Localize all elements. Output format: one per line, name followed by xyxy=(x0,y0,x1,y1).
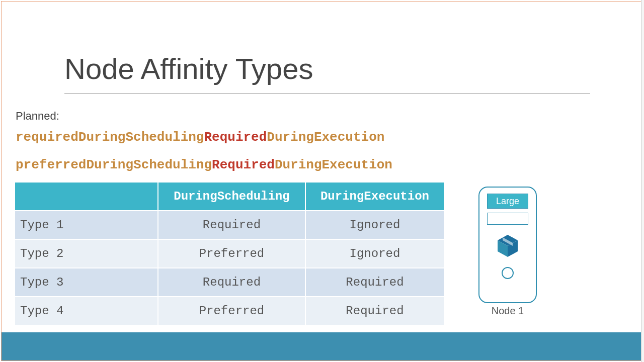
row-label: Type 4 xyxy=(15,297,158,325)
code-segment: preferredDuringScheduling xyxy=(16,157,212,172)
package-icon xyxy=(497,234,519,258)
code-segment: DuringExecution xyxy=(267,130,384,145)
cell-scheduling: Preferred xyxy=(158,239,305,268)
table-row: Type 2 Preferred Ignored xyxy=(15,239,444,268)
planned-label: Planned: xyxy=(16,110,59,123)
cell-scheduling: Preferred xyxy=(158,297,305,325)
slide: Node Affinity Types Planned: requiredDur… xyxy=(1,1,643,361)
table-header-scheduling: DuringScheduling xyxy=(158,183,305,211)
table-row: Type 4 Preferred Required xyxy=(15,297,444,325)
code-segment: DuringExecution xyxy=(275,157,392,172)
table-row: Type 3 Required Required xyxy=(15,268,444,297)
table-header-empty xyxy=(15,183,158,211)
cell-execution: Required xyxy=(305,268,444,297)
code-highlight: Required xyxy=(204,130,267,145)
node-size-badge: Large xyxy=(487,194,528,209)
affinity-table: DuringScheduling DuringExecution Type 1 … xyxy=(15,183,444,325)
table-header-execution: DuringExecution xyxy=(305,183,444,211)
table-row: Type 1 Required Ignored xyxy=(15,211,444,239)
scrollbar-gutter xyxy=(641,0,644,362)
node-power-icon xyxy=(502,267,514,279)
cell-execution: Required xyxy=(305,297,444,325)
code-highlight: Required xyxy=(212,157,275,172)
code-segment: requiredDuringScheduling xyxy=(16,130,204,145)
cell-execution: Ignored xyxy=(305,239,444,268)
node-label: Node 1 xyxy=(478,305,537,317)
row-label: Type 1 xyxy=(15,211,158,239)
affinity-type-line-2: preferredDuringSchedulingRequiredDuringE… xyxy=(16,157,392,172)
cell-scheduling: Required xyxy=(158,211,305,239)
cell-scheduling: Required xyxy=(158,268,305,297)
node-empty-slot xyxy=(487,213,528,225)
cell-execution: Ignored xyxy=(305,211,444,239)
page-title: Node Affinity Types xyxy=(64,52,313,85)
node-card: Large xyxy=(478,187,537,303)
affinity-type-line-1: requiredDuringSchedulingRequiredDuringEx… xyxy=(16,130,384,145)
row-label: Type 3 xyxy=(15,268,158,297)
table-header-row: DuringScheduling DuringExecution xyxy=(15,183,444,211)
row-label: Type 2 xyxy=(15,239,158,268)
bottom-bar xyxy=(2,331,642,360)
title-divider xyxy=(64,93,590,94)
